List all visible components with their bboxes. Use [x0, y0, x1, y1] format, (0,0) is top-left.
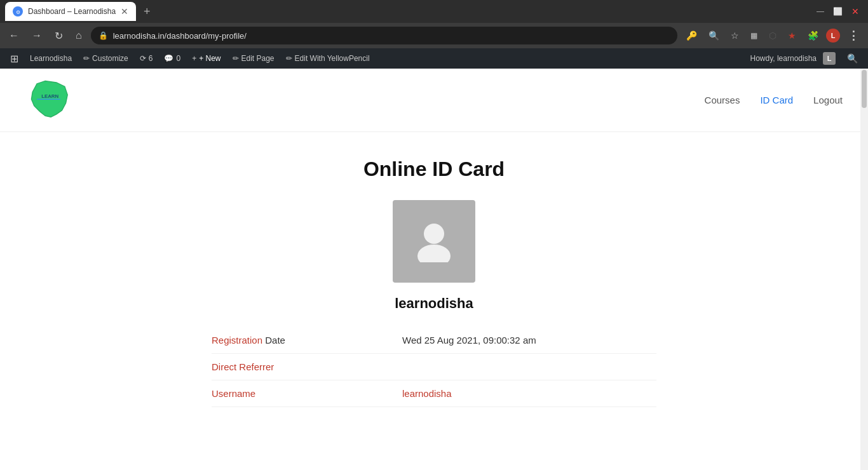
updates-icon: ⟳ [140, 54, 146, 63]
site-logo[interactable]: LEARN [25, 78, 76, 123]
howdy-initial: L [827, 55, 832, 62]
wp-customize-item[interactable]: ✏ Customize [78, 48, 133, 69]
label-username: Username [212, 388, 402, 399]
wp-edit-page-label: Edit Page [241, 54, 275, 63]
svg-point-5 [417, 245, 451, 262]
close-button[interactable]: ✕ [848, 5, 863, 18]
wp-customize-label: Customize [92, 54, 128, 63]
logo-map-svg: LEARN [25, 78, 76, 123]
comments-icon: 💬 [164, 54, 173, 63]
tab-favicon: ⚙ [13, 6, 23, 17]
value-username: learnodisha [402, 388, 656, 399]
browser-tab[interactable]: ⚙ Dashboard – Learnodisha ✕ [5, 2, 136, 21]
wp-search-button[interactable]: 🔍 [842, 51, 863, 66]
minimize-button[interactable]: — [813, 6, 828, 17]
wp-admin-bar: ⊞ Learnodisha ✏ Customize ⟳ 6 💬 0 + + Ne… [0, 48, 868, 69]
nav-courses[interactable]: Courses [705, 95, 740, 105]
svg-text:⚙: ⚙ [16, 10, 20, 15]
table-row: Registration Date Wed 25 Aug 2021, 09:00… [212, 327, 656, 354]
nav-id-card[interactable]: ID Card [760, 95, 793, 105]
username-display: learnodisha [13, 295, 855, 312]
key-icon[interactable]: 🔑 [682, 28, 701, 43]
howdy-avatar: L [823, 52, 836, 65]
table-row: Direct Referrer [212, 354, 656, 380]
site-header: LEARN Courses ID Card Logout [0, 69, 868, 132]
wp-updates-label: 6 [149, 54, 153, 63]
wp-comments-label: 0 [176, 54, 180, 63]
page-title: Online ID Card [13, 158, 855, 181]
wp-logo-icon: ⊞ [10, 53, 18, 65]
extensions-icon[interactable]: ▦ [747, 29, 761, 43]
svg-point-4 [424, 224, 444, 244]
forward-button[interactable]: → [28, 27, 46, 44]
label-date: Date [262, 335, 285, 346]
wp-howdy-item[interactable]: Howdy, learnodisha L [745, 48, 841, 69]
lock-icon: 🔒 [98, 31, 108, 40]
wp-learnodisha-label: Learnodisha [30, 54, 72, 63]
main-content: Online ID Card learnodisha Registration … [0, 132, 868, 420]
wp-yellow-pencil-item[interactable]: ✏ Edit With YellowPencil [281, 48, 375, 69]
site-nav: Courses ID Card Logout [705, 95, 843, 105]
label-direct-referrer-text: Direct Referrer [212, 361, 274, 372]
howdy-text: Howdy, learnodisha [750, 54, 817, 63]
wp-logo-item[interactable]: ⊞ [5, 48, 24, 69]
tab-title: Dashboard – Learnodisha [28, 7, 116, 16]
customize-icon: ✏ [83, 54, 90, 63]
info-table: Registration Date Wed 25 Aug 2021, 09:00… [212, 327, 656, 407]
addon-icon[interactable]: ★ [784, 28, 800, 43]
plus-icon: + [192, 54, 196, 63]
puzzle-icon[interactable]: 🧩 [804, 28, 822, 43]
yellow-pencil-icon: ✏ [286, 54, 292, 63]
wp-learnodisha-item[interactable]: Learnodisha [25, 48, 77, 69]
table-row: Username learnodisha [212, 380, 656, 407]
url-text: learnodisha.in/dashboard/my-profile/ [113, 31, 247, 41]
home-button[interactable]: ⌂ [72, 27, 86, 44]
label-direct-referrer: Direct Referrer [212, 361, 402, 372]
scrollbar-thumb[interactable] [862, 70, 867, 108]
wp-edit-page-item[interactable]: ✏ Edit Page [227, 48, 280, 69]
label-registration: Registration [212, 335, 262, 346]
wp-yellow-pencil-label: Edit With YellowPencil [295, 54, 370, 63]
scrollbar[interactable] [860, 69, 868, 470]
label-registration-date: Registration Date [212, 335, 402, 346]
nav-logout[interactable]: Logout [813, 95, 843, 105]
maximize-button[interactable]: ⬜ [829, 6, 846, 17]
edit-icon: ✏ [233, 54, 239, 63]
tab-close-button[interactable]: ✕ [121, 6, 128, 17]
svg-text:LEARN: LEARN [41, 93, 58, 98]
profile-avatar[interactable]: L [826, 29, 840, 43]
new-tab-button[interactable]: + [139, 3, 156, 21]
wp-updates-item[interactable]: ⟳ 6 [135, 48, 158, 69]
wp-comments-item[interactable]: 💬 0 [159, 48, 186, 69]
search-icon[interactable]: 🔍 [705, 28, 723, 43]
star-icon[interactable]: ☆ [727, 28, 743, 43]
profile-avatar-container [393, 200, 475, 283]
label-username-text: Username [212, 388, 255, 399]
value-registration-date: Wed 25 Aug 2021, 09:00:32 am [402, 335, 656, 346]
address-bar[interactable]: 🔒 learnodisha.in/dashboard/my-profile/ [91, 27, 677, 44]
refresh-button[interactable]: ↻ [51, 27, 67, 44]
shield-icon[interactable]: ⬡ [765, 28, 780, 43]
avatar-icon [412, 218, 456, 265]
back-button[interactable]: ← [5, 27, 23, 44]
wp-new-label: + New [199, 54, 220, 63]
menu-button[interactable]: ⋮ [844, 26, 863, 45]
wp-new-item[interactable]: + + New [187, 48, 226, 69]
